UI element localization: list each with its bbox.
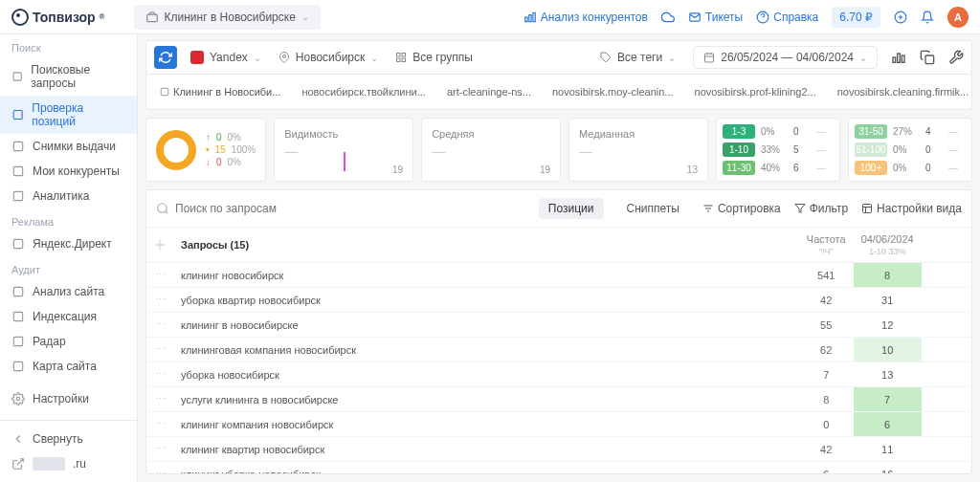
sidebar-item[interactable]: Индексация xyxy=(0,304,137,329)
sort-icon xyxy=(702,203,714,214)
copy-icon[interactable] xyxy=(920,50,935,65)
sidebar-item[interactable]: Мои конкуренты xyxy=(0,159,137,184)
site-pill[interactable]: новосибирск.твойклини... xyxy=(296,82,432,101)
sidebar-item[interactable]: Яндекс.Директ xyxy=(0,231,137,256)
chevron-down-icon: ⌄ xyxy=(254,53,261,63)
svg-rect-21 xyxy=(397,58,401,62)
svg-rect-12 xyxy=(13,239,22,248)
cloud-icon[interactable] xyxy=(661,11,675,24)
range-row: 1-1033%5— xyxy=(723,142,834,157)
site-pill[interactable]: novosibirsk.moy-cleanin... xyxy=(546,82,679,101)
svg-rect-22 xyxy=(402,58,406,62)
sidebar-settings[interactable]: Настройки xyxy=(0,386,137,411)
chart-icon xyxy=(523,11,537,24)
range-row: 11-3040%6— xyxy=(723,161,834,175)
site-pill[interactable]: novosibirsk.cleaning.firmik... xyxy=(832,82,972,101)
table-row[interactable]: ⋯клининг уборка новосибирск616 xyxy=(146,462,971,474)
svg-rect-8 xyxy=(13,111,22,120)
svg-rect-0 xyxy=(146,14,157,22)
donut-card: ↑00%•15100%↓00% xyxy=(145,118,266,182)
svg-rect-28 xyxy=(161,88,168,96)
sidebar-item[interactable]: Карта сайта xyxy=(0,354,137,379)
grid-icon xyxy=(395,52,407,63)
col-date[interactable]: 04/06/2024 1-10 33% xyxy=(854,228,922,263)
bell-icon[interactable] xyxy=(921,11,934,24)
site-pill[interactable]: art-cleaninge-ns... xyxy=(441,82,537,101)
tickets-link[interactable]: Тикеты xyxy=(688,11,743,24)
median-card: Медианная — 13 xyxy=(568,118,708,182)
site-pill[interactable]: novosibirsk.prof-klining2... xyxy=(689,82,822,101)
sidebar-external[interactable]: xxx.ru xyxy=(0,451,137,476)
pin-icon xyxy=(278,52,290,63)
donut-stat: ↑00% xyxy=(206,132,256,142)
help-link[interactable]: Справка xyxy=(756,11,818,24)
sidebar-item[interactable]: Аналитика xyxy=(0,184,137,208)
tools-icon[interactable] xyxy=(948,50,964,65)
range-row: 31-5027%4— xyxy=(855,124,966,139)
tab-snippets[interactable]: Сниппеты xyxy=(617,198,689,219)
sidebar-section-ads: Реклама xyxy=(0,208,137,231)
date-range[interactable]: 26/05/2024 — 04/06/2024 ⌄ xyxy=(693,46,878,69)
region-selector[interactable]: Новосибирск ⌄ xyxy=(275,51,382,64)
range-row: 1-30%0— xyxy=(723,124,834,139)
table-row[interactable]: ⋯клининг квартир новосибирск4211 xyxy=(146,437,971,462)
range-row: 100+0%0— xyxy=(855,161,966,175)
table-row[interactable]: ⋯клининг в новосибирске5512 xyxy=(146,313,971,338)
svg-point-18 xyxy=(282,55,285,58)
sidebar-item[interactable]: Снимки выдачи xyxy=(0,134,137,159)
sidebar-collapse[interactable]: Свернуть xyxy=(0,427,137,451)
chevron-down-icon: ⌄ xyxy=(859,53,867,63)
barchart-icon[interactable] xyxy=(891,50,906,65)
col-query[interactable]: Запросы (15) xyxy=(173,228,799,263)
collapse-icon xyxy=(11,432,25,446)
col-freq[interactable]: Частота "!Ч" xyxy=(799,228,854,263)
balance[interactable]: 6.70 ₽ xyxy=(832,7,880,28)
svg-rect-7 xyxy=(13,73,21,80)
tab-positions[interactable]: Позиции xyxy=(539,198,604,219)
competitors-link[interactable]: Анализ конкурентов xyxy=(523,11,648,24)
brand-logo[interactable]: Топвизор® xyxy=(11,9,105,26)
help-icon xyxy=(756,11,769,24)
table-row[interactable]: ⋯уборка квартир новосибирск4231 xyxy=(146,288,971,313)
sidebar-item[interactable]: Анализ сайта xyxy=(0,279,137,304)
table-row[interactable]: ⋯клининг новосибирск5418 xyxy=(146,263,971,288)
svg-rect-24 xyxy=(893,57,896,62)
sidebar-section-audit: Аудит xyxy=(0,256,137,279)
briefcase-icon xyxy=(145,11,159,24)
view-settings-button[interactable]: Настройки вида xyxy=(861,202,962,215)
external-icon xyxy=(11,457,25,471)
sort-button[interactable]: Сортировка xyxy=(702,202,781,215)
svg-point-17 xyxy=(16,397,20,401)
table-row[interactable]: ⋯клининговая компания новосибирск6210 xyxy=(146,338,971,362)
svg-rect-13 xyxy=(13,287,22,296)
table-row[interactable]: ⋯уборка новосибирск713 xyxy=(146,362,971,387)
svg-rect-27 xyxy=(925,55,934,64)
avatar[interactable]: А xyxy=(947,7,969,28)
chevron-down-icon: ⌄ xyxy=(668,53,676,63)
site-pill[interactable]: Клининг в Новосиби... xyxy=(154,82,286,101)
svg-rect-30 xyxy=(863,205,872,213)
search-engine-selector[interactable]: Yandex ⌄ xyxy=(187,51,265,64)
layout-icon xyxy=(861,203,873,214)
plus-icon[interactable] xyxy=(894,11,907,24)
filter-button[interactable]: Фильтр xyxy=(794,202,848,215)
groups-selector[interactable]: Все группы xyxy=(391,51,477,64)
project-selector[interactable]: Клининг в Новосибирске ⌄ xyxy=(134,5,321,30)
sidebar-item[interactable]: Проверка позиций xyxy=(0,96,137,134)
svg-rect-20 xyxy=(402,54,406,57)
refresh-icon xyxy=(159,51,172,64)
tags-selector[interactable]: Все теги ⌄ xyxy=(596,51,679,64)
sidebar-item[interactable]: Радар xyxy=(0,329,137,354)
filter-icon xyxy=(794,203,806,214)
svg-rect-11 xyxy=(13,191,22,200)
sidebar-item[interactable]: Поисковые запросы xyxy=(0,57,137,96)
brand-name: Топвизор xyxy=(33,10,96,25)
query-search-input[interactable] xyxy=(175,202,533,215)
table-row[interactable]: ⋯клининг компания новосибирск06 xyxy=(146,412,971,437)
positions-table: Запросы (15) Частота "!Ч" 04/06/2024 xyxy=(146,228,971,473)
svg-rect-14 xyxy=(13,312,22,320)
refresh-button[interactable] xyxy=(154,46,177,69)
logo-icon xyxy=(11,9,29,26)
table-row[interactable]: ⋯услуги клининга в новосибирске87 xyxy=(146,387,971,412)
yandex-icon xyxy=(190,51,204,64)
